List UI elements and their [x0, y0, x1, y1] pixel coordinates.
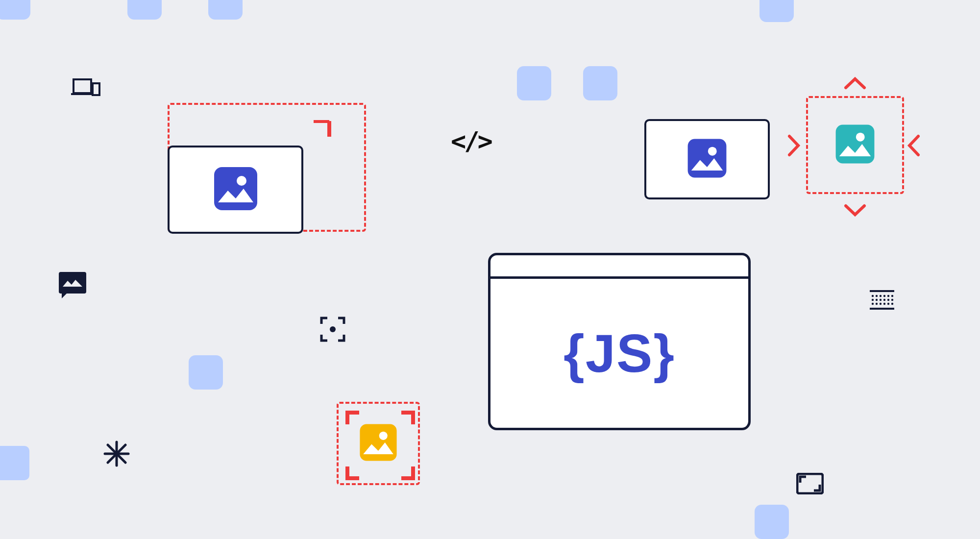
svg-point-12: [872, 295, 874, 297]
js-window: {JS}: [488, 253, 751, 430]
svg-rect-1: [71, 93, 94, 95]
svg-rect-10: [870, 290, 894, 292]
chat-image-bubble-icon: [59, 272, 86, 294]
corner-marker-icon: [313, 120, 333, 143]
svg-rect-34: [360, 424, 396, 461]
chevron-up-icon: [844, 76, 866, 93]
svg-point-16: [887, 295, 889, 297]
gradient-dots-icon: [870, 290, 894, 312]
crop-selection: [337, 402, 420, 485]
code-angle-brackets-icon: </>: [451, 126, 491, 156]
js-window-titlebar: [490, 255, 748, 279]
svg-point-20: [880, 299, 882, 301]
bg-square: [0, 0, 30, 20]
chevron-right-icon: [786, 134, 801, 159]
image-panel-right: [644, 119, 770, 199]
bg-square: [0, 446, 29, 480]
svg-point-24: [872, 303, 874, 305]
svg-rect-0: [74, 79, 91, 93]
image-placeholder-yellow-icon: [358, 422, 398, 465]
bg-square: [189, 355, 223, 390]
svg-point-8: [856, 133, 865, 142]
svg-point-9: [330, 326, 336, 332]
image-placeholder-blue-icon: [212, 165, 259, 214]
svg-point-21: [883, 299, 885, 301]
svg-point-26: [880, 303, 882, 305]
svg-point-17: [891, 295, 893, 297]
svg-point-35: [379, 432, 388, 440]
svg-point-29: [891, 303, 893, 305]
aspect-ratio-icon: [796, 473, 824, 496]
svg-point-6: [708, 147, 717, 156]
svg-point-13: [876, 295, 878, 297]
svg-rect-3: [214, 167, 257, 210]
svg-point-28: [887, 303, 889, 305]
resize-selection-teal: [806, 96, 904, 194]
svg-point-4: [237, 176, 246, 186]
svg-point-18: [872, 299, 874, 301]
svg-point-14: [880, 295, 882, 297]
asterisk-icon: [103, 440, 130, 469]
bg-square: [760, 0, 794, 22]
svg-rect-2: [93, 83, 99, 95]
js-label: {JS}: [564, 326, 675, 380]
svg-point-25: [876, 303, 878, 305]
svg-point-19: [876, 299, 878, 301]
bg-square: [208, 0, 243, 20]
chevron-down-icon: [844, 203, 866, 220]
svg-rect-5: [688, 139, 727, 178]
svg-point-15: [883, 295, 885, 297]
image-placeholder-teal-icon: [834, 123, 876, 167]
bg-square: [127, 0, 162, 20]
image-placeholder-blue-icon: [686, 137, 728, 181]
svg-rect-11: [870, 308, 894, 310]
bg-square: [517, 66, 551, 100]
svg-point-22: [887, 299, 889, 301]
svg-point-27: [883, 303, 885, 305]
svg-rect-7: [836, 125, 875, 164]
svg-point-23: [891, 299, 893, 301]
image-panel: [168, 146, 303, 234]
center-focus-icon: [319, 316, 346, 344]
chevron-left-icon: [906, 134, 921, 159]
bg-square: [755, 505, 789, 539]
bg-square: [583, 66, 617, 100]
devices-icon: [71, 77, 100, 99]
